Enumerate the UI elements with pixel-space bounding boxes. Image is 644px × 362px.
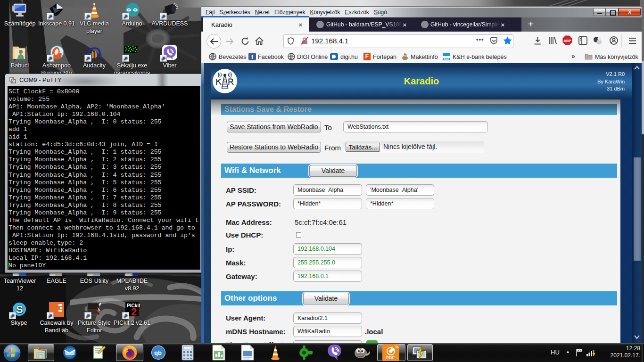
svg-text:2: 2 <box>131 306 137 318</box>
svg-text:ABP: ABP <box>564 39 571 43</box>
svg-text:PDF: PDF <box>386 355 395 360</box>
svg-text:qb: qb <box>154 349 162 356</box>
svg-text:S: S <box>16 304 23 315</box>
